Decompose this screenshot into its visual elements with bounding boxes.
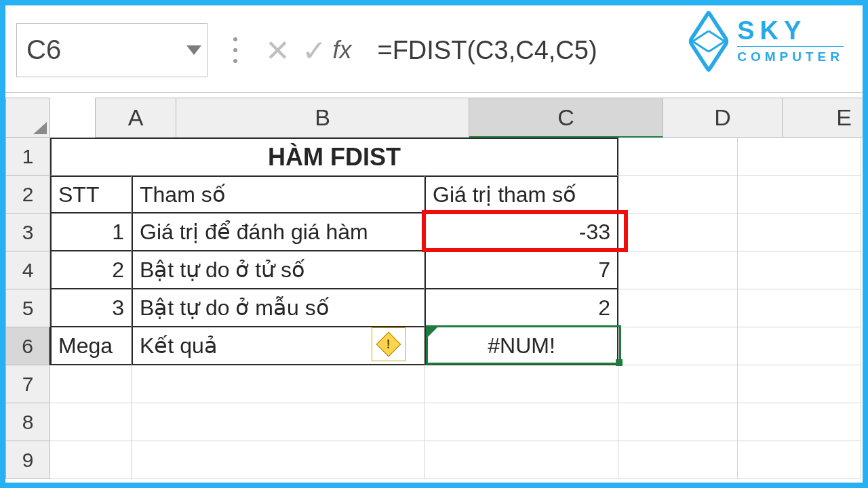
cell-E3[interactable] (738, 214, 861, 251)
cell-A4[interactable]: 2 (50, 251, 132, 289)
cell-C4[interactable]: 7 (425, 251, 618, 289)
brand-name: SKY (737, 18, 844, 43)
col-head-C[interactable]: C (469, 98, 663, 138)
cancel-formula-button[interactable] (259, 33, 296, 68)
cell-E6[interactable] (738, 327, 861, 365)
cell-C9[interactable] (425, 441, 618, 479)
cell-D8[interactable] (618, 403, 738, 441)
drag-handle-icon[interactable] (233, 37, 237, 63)
row-head-6[interactable]: 6 (5, 327, 50, 365)
cell-B9[interactable] (132, 441, 425, 479)
cell-C7[interactable] (425, 365, 618, 403)
row-head-4[interactable]: 4 (5, 251, 50, 289)
cell-D4[interactable] (618, 251, 738, 289)
name-box-ref: C6 (26, 35, 61, 64)
cell-A5[interactable]: 3 (50, 289, 132, 327)
cell-A3[interactable]: 1 (50, 214, 132, 251)
row-head-1[interactable]: 1 (5, 138, 50, 176)
row-head-9[interactable]: 9 (5, 441, 50, 479)
cell-A2[interactable]: STT (50, 176, 132, 214)
warning-icon: ! (376, 332, 401, 357)
cell-E2[interactable] (738, 176, 861, 214)
row-head-8[interactable]: 8 (5, 403, 50, 441)
cell-B8[interactable] (132, 403, 425, 441)
cell-E4[interactable] (738, 251, 861, 289)
cell-A6[interactable]: Mega (50, 327, 132, 365)
row-head-5[interactable]: 5 (5, 289, 50, 327)
spreadsheet-grid[interactable]: A B C D E 1 HÀM FDIST 2 STT Tham số Giá … (5, 98, 868, 479)
row-head-3[interactable]: 3 (5, 214, 50, 251)
select-all-cell[interactable] (5, 98, 50, 138)
confirm-formula-button[interactable] (296, 33, 332, 68)
cell-C5[interactable]: 2 (425, 289, 618, 327)
cell-D9[interactable] (618, 441, 738, 479)
row-head-2[interactable]: 2 (5, 176, 50, 214)
cell-C8[interactable] (425, 403, 618, 441)
brand-sub: COMPUTER (737, 49, 844, 64)
brand-mark-icon (690, 22, 728, 60)
cell-D7[interactable] (618, 365, 738, 403)
cell-B5[interactable]: Bật tự do ở mẫu số (132, 289, 425, 327)
cell-E9[interactable] (738, 441, 861, 479)
fx-icon[interactable]: fx (332, 36, 351, 64)
cell-A7[interactable] (50, 365, 132, 403)
cell-B2[interactable]: Tham số (132, 176, 425, 214)
cell-E8[interactable] (738, 403, 861, 441)
error-smart-tag[interactable]: ! (372, 327, 406, 361)
cell-title[interactable]: HÀM FDIST (50, 138, 618, 176)
cell-E1[interactable] (738, 138, 861, 176)
cell-D2[interactable] (618, 176, 738, 214)
cell-A8[interactable] (50, 403, 132, 441)
cell-A9[interactable] (50, 441, 132, 479)
cell-D6[interactable] (618, 327, 738, 365)
col-head-A[interactable]: A (95, 98, 176, 138)
cell-E5[interactable] (738, 289, 861, 327)
formula-bar-input[interactable]: =FDIST(C3,C4,C5) (377, 36, 597, 65)
cell-C3[interactable]: -33 (425, 214, 618, 251)
chevron-down-icon[interactable] (186, 45, 201, 55)
cell-C2[interactable]: Giá trị tham số (425, 176, 618, 214)
cell-D5[interactable] (618, 289, 738, 327)
col-head-D[interactable]: D (663, 98, 783, 138)
col-head-E[interactable]: E (783, 98, 868, 138)
col-head-B[interactable]: B (176, 98, 469, 138)
cell-D3[interactable] (618, 214, 738, 251)
divider (5, 92, 863, 93)
cell-D1[interactable] (618, 138, 738, 176)
row-head-7[interactable]: 7 (5, 365, 50, 403)
cell-B7[interactable] (132, 365, 425, 403)
cell-C6[interactable]: #NUM! (425, 327, 618, 365)
cell-B4[interactable]: Bật tự do ở tử số (132, 251, 425, 289)
cell-B3[interactable]: Giá trị để đánh giá hàm (132, 214, 425, 251)
cell-E7[interactable] (738, 365, 861, 403)
name-box[interactable]: C6 (16, 23, 208, 77)
brand-logo: SKY COMPUTER (690, 18, 844, 64)
